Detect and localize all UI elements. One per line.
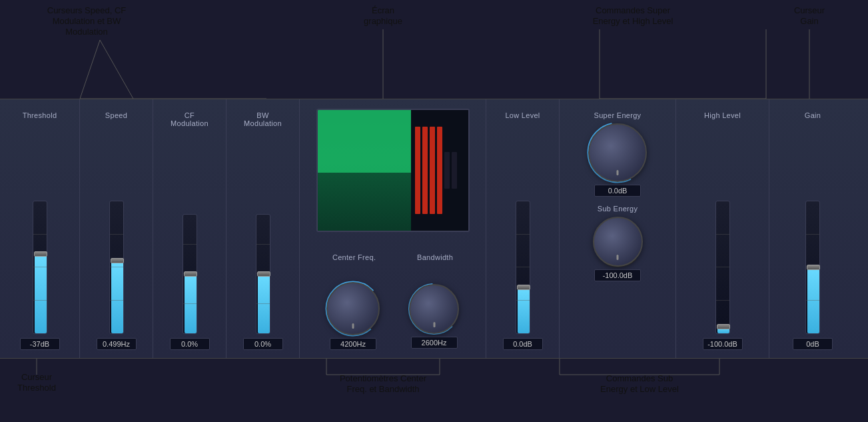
cf-modulation-value: 0.0% bbox=[170, 338, 210, 350]
bandwidth-knob[interactable] bbox=[409, 284, 459, 334]
threshold-label: Threshold bbox=[23, 111, 57, 119]
bw-modulation-thumb[interactable] bbox=[257, 271, 270, 277]
gain-section: Gain 0dB bbox=[769, 99, 856, 358]
center-freq-knob-container[interactable]: 4200Hz bbox=[326, 282, 380, 350]
cf-modulation-section: CF Modulation 0.0% bbox=[153, 99, 226, 358]
high-level-track[interactable] bbox=[715, 201, 730, 334]
cf-fill bbox=[185, 274, 197, 333]
svg-line-3 bbox=[100, 40, 133, 99]
speed-track[interactable] bbox=[109, 201, 124, 334]
bandwidth-knob-container[interactable]: 2600Hz bbox=[409, 284, 459, 349]
svg-text:Commandes Sub: Commandes Sub bbox=[606, 373, 673, 383]
svg-text:Curseur: Curseur bbox=[794, 5, 825, 15]
sub-energy-knob-wrap[interactable] bbox=[593, 217, 643, 267]
cf-modulation-track[interactable] bbox=[183, 214, 197, 334]
cf-modulation-thumb[interactable] bbox=[184, 271, 197, 277]
cf-modulation-fader[interactable]: 0.0% bbox=[170, 214, 210, 350]
gain-label: Gain bbox=[805, 111, 821, 119]
speed-section: Speed 0.499Hz bbox=[80, 99, 153, 358]
gain-track[interactable] bbox=[805, 201, 820, 334]
bandwidth-label: Bandwidth bbox=[417, 253, 453, 261]
sub-energy-knob-container[interactable]: -100.0dB bbox=[593, 217, 643, 281]
svg-text:Écran: Écran bbox=[372, 5, 394, 15]
threshold-fader[interactable]: -37dB bbox=[20, 201, 60, 350]
cf-modulation-label: CF Modulation bbox=[171, 111, 209, 127]
sub-energy-label: Sub Energy bbox=[598, 205, 638, 213]
svg-text:Energy et High Level: Energy et High Level bbox=[593, 16, 673, 26]
svg-text:Modulation et BW: Modulation et BW bbox=[53, 16, 121, 26]
bw-modulation-value: 0.0% bbox=[243, 338, 283, 350]
super-energy-label: Super Energy bbox=[594, 111, 642, 119]
knobs-row: 4200Hz 2600Hz bbox=[312, 282, 474, 350]
low-level-fader[interactable]: 0.0dB bbox=[503, 201, 543, 350]
low-level-track[interactable] bbox=[516, 201, 530, 334]
bar-3 bbox=[430, 127, 435, 215]
bw-modulation-label: BW Modulation bbox=[244, 111, 282, 127]
svg-text:Energy et Low Level: Energy et Low Level bbox=[600, 384, 679, 394]
bw-modulation-fader[interactable]: 0.0% bbox=[243, 214, 283, 350]
bandwidth-knob-wrap[interactable] bbox=[409, 284, 459, 334]
bar-4 bbox=[437, 127, 442, 215]
sub-energy-value: -100.0dB bbox=[594, 269, 641, 281]
sub-energy-knob[interactable] bbox=[593, 217, 643, 267]
gain-thumb[interactable] bbox=[807, 265, 820, 270]
low-level-section: Low Level 0.0dB bbox=[486, 99, 560, 358]
threshold-thumb[interactable] bbox=[34, 251, 47, 257]
speed-fader[interactable]: 0.499Hz bbox=[97, 201, 137, 350]
threshold-section: Threshold -37dB bbox=[0, 99, 80, 358]
svg-text:Freq. et Bandwidth: Freq. et Bandwidth bbox=[346, 384, 419, 394]
bw-modulation-section: BW Modulation 0.0% bbox=[226, 99, 300, 358]
center-freq-value: 4200Hz bbox=[330, 338, 376, 350]
low-level-value: 0.0dB bbox=[503, 338, 543, 350]
plugin-body: Threshold -37dB Speed 0.499Hz bbox=[0, 99, 868, 359]
bar-6 bbox=[452, 152, 457, 188]
center-freq-label: Center Freq. bbox=[332, 253, 376, 261]
bw-fill bbox=[258, 274, 270, 333]
low-level-fill bbox=[518, 287, 530, 333]
svg-text:Curseurs Speed, CF: Curseurs Speed, CF bbox=[47, 5, 127, 15]
gain-value: 0dB bbox=[793, 338, 833, 350]
high-level-value: -100.0dB bbox=[703, 338, 743, 350]
high-level-thumb[interactable] bbox=[717, 324, 730, 329]
svg-text:Gain: Gain bbox=[800, 16, 818, 26]
high-level-fader[interactable]: -100.0dB bbox=[703, 201, 743, 350]
low-level-label: Low Level bbox=[505, 111, 540, 119]
graphic-display bbox=[316, 109, 470, 232]
center-freq-knob[interactable] bbox=[326, 282, 380, 335]
gain-fader[interactable]: 0dB bbox=[793, 201, 833, 350]
super-energy-group: Super Energy 0.0dB bbox=[588, 111, 647, 197]
super-energy-knob[interactable] bbox=[588, 123, 647, 182]
super-energy-value: 0.0dB bbox=[594, 185, 641, 197]
super-energy-section: Super Energy 0.0dB Sub Energy bbox=[560, 99, 676, 358]
display-section: Center Freq. Bandwidth 4200Hz bbox=[300, 99, 486, 358]
high-level-section: High Level -100.0dB bbox=[676, 99, 769, 358]
svg-text:graphique: graphique bbox=[364, 16, 402, 26]
speed-label: Speed bbox=[105, 111, 127, 119]
svg-text:Modulation: Modulation bbox=[65, 27, 108, 37]
display-bars-area bbox=[411, 110, 468, 231]
knob-labels-row: Center Freq. Bandwidth bbox=[312, 253, 474, 265]
svg-text:Threshold: Threshold bbox=[17, 383, 56, 393]
threshold-value: -37dB bbox=[20, 338, 60, 350]
svg-text:Commandes Super: Commandes Super bbox=[596, 5, 671, 15]
svg-text:Curseur: Curseur bbox=[21, 372, 53, 382]
speed-thumb[interactable] bbox=[111, 258, 124, 263]
bar-5 bbox=[444, 152, 450, 188]
bar-2 bbox=[422, 127, 428, 215]
center-freq-knob-wrap[interactable] bbox=[326, 282, 380, 335]
high-level-label: High Level bbox=[704, 111, 741, 119]
svg-text:Potentiomètres Center: Potentiomètres Center bbox=[340, 373, 427, 383]
svg-line-4 bbox=[80, 40, 100, 99]
super-energy-knob-wrap[interactable] bbox=[588, 123, 647, 182]
gain-fill bbox=[807, 267, 819, 333]
bw-modulation-track[interactable] bbox=[256, 214, 270, 334]
bar-1 bbox=[415, 127, 420, 215]
low-level-thumb[interactable] bbox=[517, 285, 530, 290]
display-green-top bbox=[318, 110, 411, 173]
threshold-track[interactable] bbox=[33, 201, 47, 334]
speed-value: 0.499Hz bbox=[97, 338, 137, 350]
super-energy-knob-container[interactable]: 0.0dB bbox=[588, 123, 647, 197]
sub-energy-group: Sub Energy -100.0dB bbox=[593, 205, 643, 281]
bandwidth-value: 2600Hz bbox=[411, 337, 458, 349]
speed-fill bbox=[111, 261, 123, 333]
